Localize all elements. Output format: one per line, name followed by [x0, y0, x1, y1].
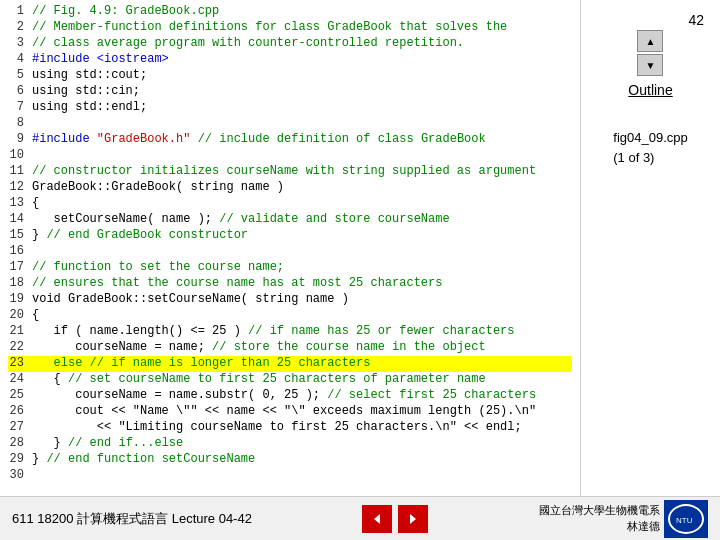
table-row: 24 { // set courseName to first 25 chara… — [8, 372, 572, 388]
line-number: 25 — [8, 388, 32, 404]
outline-section: ▲ ▼ Outline — [628, 30, 672, 98]
line-number: 1 — [8, 4, 32, 20]
line-number: 5 — [8, 68, 32, 84]
table-row: 17// function to set the course name; — [8, 260, 572, 276]
table-row: 3// class average program with counter-c… — [8, 36, 572, 52]
table-row: 11// constructor initializes courseName … — [8, 164, 572, 180]
prev-icon — [370, 512, 384, 526]
code-content: } // end if...else — [32, 436, 572, 452]
code-content: using std::endl; — [32, 100, 572, 116]
code-content — [32, 468, 572, 484]
outline-down-button[interactable]: ▼ — [637, 54, 663, 76]
line-number: 15 — [8, 228, 32, 244]
footer-right: 國立台灣大學生物機電系 林達德 NTU — [539, 500, 708, 538]
line-number: 6 — [8, 84, 32, 100]
code-content: // Member-function definitions for class… — [32, 20, 572, 36]
code-content: { — [32, 196, 572, 212]
line-number: 16 — [8, 244, 32, 260]
line-number: 11 — [8, 164, 32, 180]
code-content: void GradeBook::setCourseName( string na… — [32, 292, 572, 308]
line-number: 27 — [8, 420, 32, 436]
code-content: courseName = name; // store the course n… — [32, 340, 572, 356]
code-content — [32, 116, 572, 132]
code-content: // ensures that the course name has at m… — [32, 276, 572, 292]
table-row: 10 — [8, 148, 572, 164]
sidebar: 42 ▲ ▼ Outline fig04_09.cpp (1 of 3) — [580, 0, 720, 496]
table-row: 20{ — [8, 308, 572, 324]
line-number: 24 — [8, 372, 32, 388]
table-row: 25 courseName = name.substr( 0, 25 ); //… — [8, 388, 572, 404]
line-number: 21 — [8, 324, 32, 340]
line-number: 14 — [8, 212, 32, 228]
code-content: courseName = name.substr( 0, 25 ); // se… — [32, 388, 572, 404]
code-content: cout << "Name \"" << name << "\" exceeds… — [32, 404, 572, 420]
line-number: 23 — [8, 356, 32, 372]
table-row: 1// Fig. 4.9: GradeBook.cpp — [8, 4, 572, 20]
line-number: 7 — [8, 100, 32, 116]
code-content: #include <iostream> — [32, 52, 572, 68]
outline-arrows: ▲ ▼ — [637, 30, 663, 76]
code-content: << "Limiting courseName to first 25 char… — [32, 420, 572, 436]
code-content: // function to set the course name; — [32, 260, 572, 276]
outline-up-button[interactable]: ▲ — [637, 30, 663, 52]
code-content: { — [32, 308, 572, 324]
code-content — [32, 148, 572, 164]
table-row: 23 else // if name is longer than 25 cha… — [8, 356, 572, 372]
table-row: 28 } // end if...else — [8, 436, 572, 452]
line-number: 4 — [8, 52, 32, 68]
table-row: 21 if ( name.length() <= 25 ) // if name… — [8, 324, 572, 340]
file-pages: (1 of 3) — [613, 148, 687, 168]
next-icon — [406, 512, 420, 526]
table-row: 18// ensures that the course name has at… — [8, 276, 572, 292]
down-arrow-icon: ▼ — [646, 60, 656, 71]
code-content: // Fig. 4.9: GradeBook.cpp — [32, 4, 572, 20]
code-content: using std::cout; — [32, 68, 572, 84]
outline-label[interactable]: Outline — [628, 82, 672, 98]
table-row: 30 — [8, 468, 572, 484]
line-number: 3 — [8, 36, 32, 52]
footer: 611 18200 計算機程式語言 Lecture 04-42 國立台灣大學生物… — [0, 496, 720, 540]
code-content: GradeBook::GradeBook( string name ) — [32, 180, 572, 196]
svg-marker-0 — [374, 514, 380, 524]
logo-icon: NTU — [674, 509, 698, 529]
table-row: 7using std::endl; — [8, 100, 572, 116]
line-number: 8 — [8, 116, 32, 132]
university-person: 林達德 — [539, 519, 660, 534]
table-row: 14 setCourseName( name ); // validate an… — [8, 212, 572, 228]
file-info: fig04_09.cpp (1 of 3) — [613, 128, 687, 167]
code-content: // constructor initializes courseName wi… — [32, 164, 572, 180]
code-content: // class average program with counter-co… — [32, 36, 572, 52]
code-content: else // if name is longer than 25 charac… — [32, 356, 572, 372]
code-content: using std::cin; — [32, 84, 572, 100]
line-number: 29 — [8, 452, 32, 468]
line-number: 22 — [8, 340, 32, 356]
code-table: 1// Fig. 4.9: GradeBook.cpp2// Member-fu… — [8, 4, 572, 484]
table-row: 2// Member-function definitions for clas… — [8, 20, 572, 36]
svg-marker-1 — [410, 514, 416, 524]
university-info: 國立台灣大學生物機電系 林達德 — [539, 503, 660, 534]
line-number: 20 — [8, 308, 32, 324]
table-row: 8 — [8, 116, 572, 132]
line-number: 13 — [8, 196, 32, 212]
line-number: 17 — [8, 260, 32, 276]
code-content: } // end GradeBook constructor — [32, 228, 572, 244]
code-content: } // end function setCourseName — [32, 452, 572, 468]
code-area: 1// Fig. 4.9: GradeBook.cpp2// Member-fu… — [0, 0, 580, 496]
table-row: 16 — [8, 244, 572, 260]
line-number: 2 — [8, 20, 32, 36]
table-row: 27 << "Limiting courseName to first 25 c… — [8, 420, 572, 436]
logo-circle: NTU — [668, 504, 704, 534]
table-row: 6using std::cin; — [8, 84, 572, 100]
line-number: 12 — [8, 180, 32, 196]
code-content: #include "GradeBook.h" // include defini… — [32, 132, 572, 148]
next-button[interactable] — [398, 505, 428, 533]
page-number: 42 — [688, 12, 704, 28]
code-content: setCourseName( name ); // validate and s… — [32, 212, 572, 228]
university-dept: 國立台灣大學生物機電系 — [539, 503, 660, 518]
line-number: 28 — [8, 436, 32, 452]
table-row: 5using std::cout; — [8, 68, 572, 84]
table-row: 4#include <iostream> — [8, 52, 572, 68]
table-row: 26 cout << "Name \"" << name << "\" exce… — [8, 404, 572, 420]
prev-button[interactable] — [362, 505, 392, 533]
line-number: 19 — [8, 292, 32, 308]
